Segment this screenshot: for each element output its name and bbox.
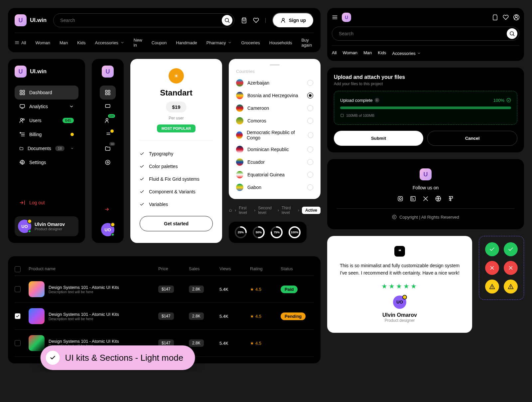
th-sales: Sales xyxy=(189,266,215,272)
country-radio[interactable] xyxy=(307,80,313,86)
mini-nav-man[interactable]: Man xyxy=(363,50,372,56)
country-row[interactable]: Gabon xyxy=(234,181,315,194)
svg-rect-21 xyxy=(105,93,107,95)
mini-nav-woman[interactable]: Woman xyxy=(342,50,357,56)
mini-settings[interactable] xyxy=(100,155,116,169)
menu-icon[interactable] xyxy=(332,14,338,20)
table-row: Design Systems 101 - Atomic UI KitsDescr… xyxy=(15,303,314,330)
upload-dropzone[interactable]: Upload completei 100% 100MB of 100MB xyxy=(334,91,517,125)
mini-dashboard[interactable] xyxy=(100,86,116,100)
cancel-button[interactable]: Cancel xyxy=(427,131,517,146)
country-row[interactable]: Bosnia and Herzegovina xyxy=(234,89,315,102)
logo-icon[interactable]: U xyxy=(342,13,351,22)
country-row[interactable]: Azerbaijan xyxy=(234,77,315,89)
nav-buyagain[interactable]: Buy again xyxy=(301,38,314,48)
mini-nav-accessories[interactable]: Accessories xyxy=(392,50,421,56)
nav-groceries[interactable]: Groceries xyxy=(241,38,260,48)
sidebar-logout[interactable]: Log out xyxy=(15,196,78,210)
warning-icon xyxy=(504,280,518,294)
nav-newin[interactable]: New in xyxy=(134,38,142,48)
nav-coupon[interactable]: Coupon xyxy=(152,38,167,48)
sidebar-dashboard[interactable]: Dashboard xyxy=(15,86,78,100)
country-row[interactable]: Democratic Republic of Congo xyxy=(234,127,315,143)
dribbble-icon[interactable] xyxy=(435,196,441,202)
crumb-level[interactable]: Second level xyxy=(258,206,275,215)
linkedin-icon[interactable] xyxy=(410,196,416,202)
search-button[interactable] xyxy=(222,15,232,26)
logo-icon[interactable]: U xyxy=(102,66,114,78)
country-row[interactable]: Comoros xyxy=(234,114,315,127)
mini-avatar[interactable]: UO xyxy=(101,223,114,236)
nav-accessories[interactable]: Accessories xyxy=(95,38,124,48)
sidebar-settings[interactable]: Settings xyxy=(15,155,78,169)
row-checkbox[interactable] xyxy=(15,286,21,292)
mini-billing[interactable] xyxy=(100,127,116,141)
row-checkbox[interactable] xyxy=(15,313,21,319)
views-cell: 5.4K xyxy=(219,314,246,319)
nav-households[interactable]: Households xyxy=(269,38,292,48)
compact-search-button[interactable] xyxy=(507,28,517,39)
search-input[interactable] xyxy=(53,13,234,27)
user-card[interactable]: UO Ulvin Omarov Product designer xyxy=(15,216,78,236)
mini-documents[interactable]: 18 xyxy=(100,141,116,155)
mini-nav-kids[interactable]: Kids xyxy=(378,50,386,56)
sidebar-billing[interactable]: Billing xyxy=(15,127,78,141)
country-row[interactable]: Ecuador xyxy=(234,156,315,168)
country-radio[interactable] xyxy=(307,172,313,178)
mini-logout[interactable] xyxy=(100,202,116,216)
country-radio[interactable] xyxy=(307,93,313,99)
nav-kids[interactable]: Kids xyxy=(77,38,85,48)
svg-rect-7 xyxy=(23,90,25,92)
bag-icon[interactable] xyxy=(241,17,247,23)
sidebar-documents[interactable]: Documents18 xyxy=(15,141,78,155)
mini-nav-all[interactable]: All xyxy=(332,50,336,56)
sidebar-users[interactable]: Users645 xyxy=(15,113,78,127)
nav-man[interactable]: Man xyxy=(60,38,68,48)
countries-list: Countries AzerbaijanBosnia and Herzegovi… xyxy=(229,59,321,199)
svg-point-44 xyxy=(507,98,511,102)
country-radio[interactable] xyxy=(307,105,313,111)
sidebar-label: Users xyxy=(29,118,42,123)
heart-icon[interactable] xyxy=(503,14,509,20)
x-icon[interactable] xyxy=(423,196,429,202)
mini-users[interactable]: 645 xyxy=(100,113,116,127)
country-row[interactable]: Equatorial Guinea xyxy=(234,168,315,181)
country-radio[interactable] xyxy=(307,159,313,165)
framer-icon[interactable] xyxy=(448,196,454,202)
follow-label: Follow us on xyxy=(336,185,515,190)
instagram-icon[interactable] xyxy=(397,196,403,202)
nav-handmade[interactable]: Handmade xyxy=(176,38,197,48)
country-row[interactable]: Dominican Republic xyxy=(234,143,315,156)
sidebar-analytics[interactable]: Analytics xyxy=(15,100,78,113)
crumb-level[interactable]: Third level xyxy=(282,206,295,215)
nav-pharmacy[interactable]: Pharmacy xyxy=(206,38,232,48)
country-row[interactable]: Cameroon xyxy=(234,102,315,114)
signup-button[interactable]: Sign up xyxy=(272,13,314,28)
country-radio[interactable] xyxy=(307,184,313,190)
row-checkbox[interactable] xyxy=(15,340,21,346)
home-icon[interactable] xyxy=(229,207,232,213)
bag-icon[interactable] xyxy=(492,14,498,20)
compact-search-input[interactable] xyxy=(332,27,519,41)
mini-analytics[interactable] xyxy=(100,100,116,113)
svg-rect-10 xyxy=(20,104,25,107)
select-all-checkbox[interactable] xyxy=(15,266,21,272)
svg-point-28 xyxy=(105,160,110,165)
submit-button[interactable]: Submit xyxy=(334,131,423,146)
get-started-button[interactable]: Get started xyxy=(140,216,213,231)
nav-all[interactable]: All xyxy=(15,38,26,48)
nav-woman[interactable]: Woman xyxy=(35,38,50,48)
th-name: Product name xyxy=(29,266,154,272)
brand-logo[interactable]: U UI.win xyxy=(15,14,47,26)
heart-icon[interactable] xyxy=(253,17,259,23)
sidebar-logo[interactable]: U UI.win xyxy=(15,66,78,78)
pricing-card: ☀ Standart $19 Per user MOST POPULAR Typ… xyxy=(130,59,222,243)
country-radio[interactable] xyxy=(307,146,313,152)
country-radio[interactable] xyxy=(308,132,313,138)
sun-icon: ☀ xyxy=(169,68,184,84)
country-radio[interactable] xyxy=(307,118,313,124)
brand-name: UI.win xyxy=(30,17,47,24)
crumb-level[interactable]: First level xyxy=(239,206,251,215)
svg-point-18 xyxy=(22,162,23,163)
user-icon[interactable] xyxy=(513,14,519,20)
